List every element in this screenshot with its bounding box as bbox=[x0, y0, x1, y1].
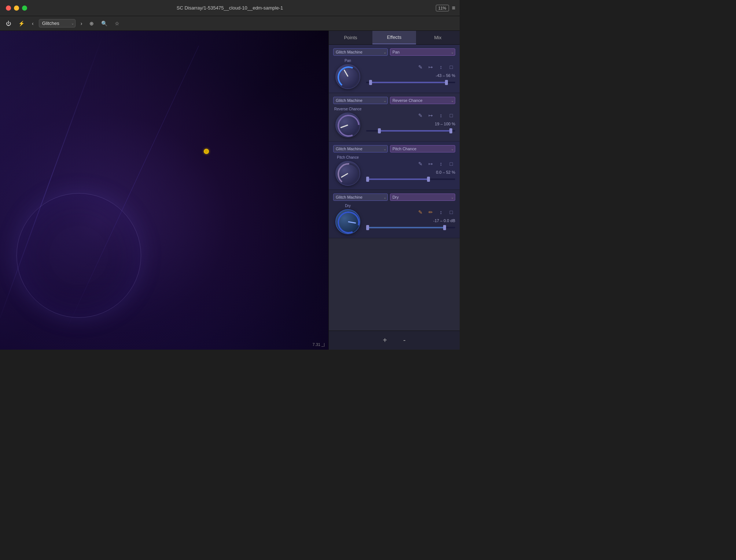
dry-controls: ✎ ✏ ↕ □ -17 – 0.0 dB bbox=[366, 208, 455, 230]
search-button[interactable]: 🔍 bbox=[99, 19, 110, 28]
dry-param-select[interactable]: Dry bbox=[390, 194, 455, 201]
dry-thumb-right[interactable] bbox=[443, 225, 446, 230]
dry-pencil-btn[interactable]: ✎ bbox=[416, 208, 424, 216]
dry-knob[interactable] bbox=[335, 209, 360, 234]
dry-range-display: -17 – 0.0 dB bbox=[366, 218, 455, 223]
pitch-thumb-left[interactable] bbox=[366, 177, 369, 182]
pitch-pencil-btn[interactable]: ✎ bbox=[416, 160, 424, 168]
dry-icons: ✎ ✏ ↕ □ bbox=[366, 208, 455, 216]
reverse-thumb-left[interactable] bbox=[378, 128, 381, 133]
pan-square-btn[interactable]: □ bbox=[447, 63, 455, 71]
forward-button[interactable]: › bbox=[78, 19, 85, 28]
svg-point-3 bbox=[336, 113, 361, 138]
pan-icons: ✎ ↦ ↕ □ bbox=[366, 63, 455, 71]
pan-range-slider[interactable] bbox=[366, 80, 455, 85]
preset-select-wrapper: Glitches bbox=[39, 19, 76, 27]
dry-param-wrapper: Dry bbox=[390, 194, 455, 201]
tab-points[interactable]: Points bbox=[329, 31, 372, 44]
window-title: SC Disarray/1-535475__cloud-10__edm-samp… bbox=[177, 5, 283, 11]
lightning-button[interactable]: ⚡ bbox=[16, 19, 27, 28]
remove-effect-button[interactable]: - bbox=[399, 335, 410, 346]
dry-updown-btn[interactable]: ↕ bbox=[437, 208, 445, 216]
dry-knob-label: Dry bbox=[345, 204, 351, 208]
pan-source-select[interactable]: Glitch Machine bbox=[333, 48, 388, 56]
pitch-param-wrapper: Pitch Chance bbox=[390, 145, 455, 152]
reverse-updown-btn[interactable]: ↕ bbox=[437, 111, 445, 119]
pan-knob-bg bbox=[335, 64, 360, 89]
main-area: 7.31 _| Points Effects Mix Glitch bbox=[0, 31, 460, 350]
dry-edit-btn[interactable]: ✏ bbox=[427, 208, 435, 216]
pitch-square-btn[interactable]: □ bbox=[447, 160, 455, 168]
reverse-source-select[interactable]: Glitch Machine bbox=[333, 97, 388, 104]
reverse-knob-svg bbox=[336, 113, 361, 138]
pan-param-select[interactable]: Pan bbox=[390, 48, 455, 56]
pan-knob-container: Pan bbox=[333, 59, 363, 89]
reverse-param-select[interactable]: Reverse Chance bbox=[390, 97, 455, 104]
pitch-param-select[interactable]: Pitch Chance bbox=[390, 145, 455, 152]
close-button[interactable] bbox=[6, 5, 11, 11]
svg-point-1 bbox=[336, 65, 361, 90]
pitch-range-slider[interactable] bbox=[366, 177, 455, 182]
pan-source-wrapper: Glitch Machine bbox=[333, 48, 388, 56]
pan-updown-btn[interactable]: ↕ bbox=[437, 63, 445, 71]
save-button[interactable]: ⊕ bbox=[87, 19, 96, 28]
power-button[interactable]: ⏻ bbox=[4, 19, 13, 28]
effect-reverse-body: Reverse Chance bbox=[333, 107, 455, 137]
pan-range-track bbox=[366, 82, 455, 83]
preset-select[interactable]: Glitches bbox=[39, 19, 76, 27]
reverse-square-btn[interactable]: □ bbox=[447, 111, 455, 119]
maximize-button[interactable] bbox=[22, 5, 27, 11]
tab-mix[interactable]: Mix bbox=[416, 31, 460, 44]
reverse-knob-bg bbox=[335, 113, 360, 137]
effect-dry: Glitch Machine Dry Dry bbox=[329, 190, 460, 238]
pan-arrow-btn[interactable]: ↦ bbox=[427, 63, 435, 71]
pitch-arrow-btn[interactable]: ↦ bbox=[427, 160, 435, 168]
automation-point[interactable] bbox=[204, 149, 209, 154]
effect-reverse: Glitch Machine Reverse Chance Reverse Ch… bbox=[329, 93, 460, 141]
pitch-updown-btn[interactable]: ↕ bbox=[437, 160, 445, 168]
dry-square-btn[interactable]: □ bbox=[447, 208, 455, 216]
svg-point-7 bbox=[336, 210, 361, 235]
add-effect-button[interactable]: + bbox=[378, 335, 391, 346]
pitch-controls: ✎ ↦ ↕ □ 0.0 – 52 % bbox=[366, 160, 455, 182]
effect-dry-header: Glitch Machine Dry bbox=[333, 194, 455, 201]
reverse-range-fill bbox=[379, 130, 450, 132]
dry-source-select[interactable]: Glitch Machine bbox=[333, 194, 388, 201]
effect-pitch-header: Glitch Machine Pitch Chance bbox=[333, 145, 455, 152]
minimize-button[interactable] bbox=[14, 5, 19, 11]
canvas-area[interactable]: 7.31 _| bbox=[0, 31, 328, 350]
zoom-level[interactable]: 11% bbox=[436, 5, 449, 11]
effects-list: Glitch Machine Pan Pan bbox=[329, 45, 460, 331]
pan-thumb-right[interactable] bbox=[445, 80, 448, 85]
reverse-thumb-right[interactable] bbox=[449, 128, 452, 133]
effect-dry-body: Dry ✎ bbox=[333, 204, 455, 234]
pitch-knob-svg bbox=[336, 162, 361, 187]
pan-pencil-btn[interactable]: ✎ bbox=[416, 63, 424, 71]
toolbar: ⏻ ⚡ ‹ Glitches › ⊕ 🔍 ☆ bbox=[0, 16, 460, 31]
pitch-knob[interactable] bbox=[335, 161, 360, 186]
pitch-thumb-right[interactable] bbox=[427, 177, 430, 182]
reverse-pencil-btn[interactable]: ✎ bbox=[416, 111, 424, 119]
back-button[interactable]: ‹ bbox=[30, 19, 36, 28]
menu-icon[interactable]: ≡ bbox=[452, 5, 455, 11]
tab-effects[interactable]: Effects bbox=[372, 31, 416, 44]
pan-knob[interactable] bbox=[335, 64, 360, 89]
pan-thumb-left[interactable] bbox=[369, 80, 372, 85]
dry-thumb-left[interactable] bbox=[366, 225, 369, 230]
pan-knob-svg bbox=[336, 65, 361, 90]
dry-range-slider[interactable] bbox=[366, 225, 455, 230]
panel-tabs: Points Effects Mix bbox=[329, 31, 460, 45]
title-right: 11% ≡ bbox=[436, 5, 460, 11]
reverse-knob[interactable] bbox=[335, 113, 360, 137]
pitch-icons: ✎ ↦ ↕ □ bbox=[366, 160, 455, 168]
reverse-range-slider[interactable] bbox=[366, 128, 455, 133]
pitch-knob-label: Pitch Chance bbox=[337, 155, 358, 159]
circle-glow bbox=[16, 193, 141, 318]
traffic-lights bbox=[0, 5, 27, 11]
favorite-button[interactable]: ☆ bbox=[113, 19, 122, 28]
effect-reverse-header: Glitch Machine Reverse Chance bbox=[333, 97, 455, 104]
pitch-source-select[interactable]: Glitch Machine bbox=[333, 145, 388, 152]
pitch-knob-container: Pitch Chance bbox=[333, 155, 363, 186]
reverse-arrow-btn[interactable]: ↦ bbox=[427, 111, 435, 119]
svg-point-2 bbox=[336, 113, 361, 138]
